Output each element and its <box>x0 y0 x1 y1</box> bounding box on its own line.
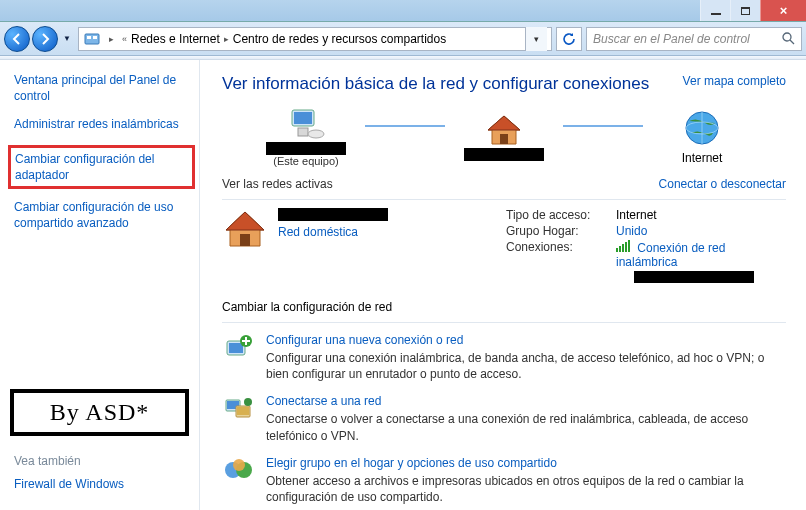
task-setup-connection: Configurar una nueva conexión o red Conf… <box>222 333 786 382</box>
task-connect-network: Conectarse a una red Conectarse o volver… <box>222 394 786 443</box>
svg-rect-2 <box>93 36 97 39</box>
svg-point-3 <box>783 33 791 41</box>
refresh-button[interactable] <box>556 27 582 51</box>
homegroup-icon <box>222 456 256 505</box>
breadcrumb[interactable]: ▸ « Redes e Internet ▸ Centro de redes y… <box>78 27 552 51</box>
svg-point-21 <box>244 398 252 406</box>
main-content: Ver información básica de la red y confi… <box>200 60 806 510</box>
search-icon <box>782 32 795 45</box>
wifi-signal-icon <box>616 240 630 252</box>
sidebar-item-control-panel-home[interactable]: Ventana principal del Panel de control <box>14 72 189 104</box>
setup-connection-icon <box>222 333 256 382</box>
connect-network-icon <box>222 394 256 443</box>
connect-disconnect-link[interactable]: Conectar o desconectar <box>659 177 786 191</box>
internet-label: Internet <box>682 151 723 165</box>
network-node-router[interactable] <box>449 112 559 161</box>
access-type-label: Tipo de acceso: <box>506 208 616 222</box>
nav-back-button[interactable] <box>4 26 30 52</box>
sidebar-item-adapter-settings[interactable]: Cambiar configuración del adaptador <box>15 151 188 183</box>
task-description: Configurar una conexión inalámbrica, de … <box>266 350 786 382</box>
sidebar-highlight-box: Cambiar configuración del adaptador <box>8 145 195 189</box>
svg-rect-13 <box>240 234 250 246</box>
svg-rect-6 <box>294 112 312 124</box>
access-type-value: Internet <box>616 208 786 222</box>
svg-rect-20 <box>237 407 249 415</box>
see-also-heading: Vea también <box>14 454 189 468</box>
breadcrumb-separator-icon: « <box>122 34 127 44</box>
sidebar-item-manage-wireless[interactable]: Administrar redes inalámbricas <box>14 116 189 132</box>
sidebar-item-advanced-sharing[interactable]: Cambiar configuración de uso compartido … <box>14 199 189 231</box>
redacted-router-name <box>464 148 544 161</box>
chevron-right-icon: ▸ <box>224 34 229 44</box>
redacted-pc-name <box>266 142 346 155</box>
network-node-internet[interactable]: Internet <box>647 109 757 165</box>
house-icon <box>222 208 268 250</box>
house-icon <box>484 112 524 148</box>
active-networks-heading: Ver las redes activas <box>222 177 333 191</box>
watermark-badge: By ASD* <box>10 389 189 436</box>
breadcrumb-level-2[interactable]: Centro de redes y recursos compartidos <box>233 32 446 46</box>
sidebar-footer-firewall[interactable]: Firewall de Windows <box>14 476 189 492</box>
connections-label: Conexiones: <box>506 240 616 286</box>
network-link-line <box>563 125 643 127</box>
task-title-link[interactable]: Configurar una nueva conexión o red <box>266 333 786 347</box>
search-placeholder: Buscar en el Panel de control <box>593 32 750 46</box>
search-input[interactable]: Buscar en el Panel de control <box>586 27 802 51</box>
network-node-this-pc[interactable]: (Este equipo) <box>251 106 361 167</box>
control-panel-icon <box>83 30 101 48</box>
wireless-connection-link[interactable]: Conexión de red inalámbrica <box>616 241 725 269</box>
window-maximize-button[interactable] <box>730 0 760 21</box>
task-description: Obtener acceso a archivos e impresoras u… <box>266 473 786 505</box>
network-link-line <box>365 125 445 127</box>
svg-rect-9 <box>500 134 508 144</box>
breadcrumb-dropdown[interactable]: ▾ <box>525 27 547 51</box>
globe-icon <box>683 109 721 147</box>
chevron-right-icon: ▸ <box>109 34 114 44</box>
window-titlebar: × <box>0 0 806 22</box>
task-description: Conectarse o volver a conectarse a una c… <box>266 411 786 443</box>
nav-history-dropdown[interactable]: ▼ <box>60 26 74 52</box>
svg-line-4 <box>790 40 794 44</box>
computer-icon <box>286 106 326 142</box>
homegroup-link[interactable]: Unido <box>616 224 786 238</box>
redacted-ssid <box>634 271 754 283</box>
task-title-link[interactable]: Elegir grupo en el hogar y opciones de u… <box>266 456 786 470</box>
address-bar: ▼ ▸ « Redes e Internet ▸ Centro de redes… <box>0 22 806 56</box>
divider <box>222 199 786 200</box>
redacted-network-name <box>278 208 388 221</box>
network-map: (Este equipo) Internet <box>222 106 786 167</box>
window-close-button[interactable]: × <box>760 0 806 21</box>
homegroup-label: Grupo Hogar: <box>506 224 616 238</box>
svg-rect-7 <box>298 128 308 136</box>
window-minimize-button[interactable] <box>700 0 730 21</box>
change-settings-heading: Cambiar la configuración de red <box>222 300 786 314</box>
svg-rect-15 <box>229 343 243 353</box>
view-full-map-link[interactable]: Ver mapa completo <box>683 74 786 88</box>
nav-forward-button[interactable] <box>32 26 58 52</box>
this-pc-sublabel: (Este equipo) <box>273 155 338 167</box>
svg-rect-1 <box>87 36 91 39</box>
svg-point-24 <box>233 459 245 471</box>
sidebar: Ventana principal del Panel de control A… <box>0 60 200 510</box>
task-homegroup-sharing: Elegir grupo en el hogar y opciones de u… <box>222 456 786 505</box>
network-details: Tipo de acceso: Internet Grupo Hogar: Un… <box>506 208 786 288</box>
svg-point-8 <box>308 130 324 138</box>
home-network-link[interactable]: Red doméstica <box>278 225 358 239</box>
breadcrumb-level-1[interactable]: Redes e Internet <box>131 32 220 46</box>
divider <box>222 322 786 323</box>
task-title-link[interactable]: Conectarse a una red <box>266 394 786 408</box>
